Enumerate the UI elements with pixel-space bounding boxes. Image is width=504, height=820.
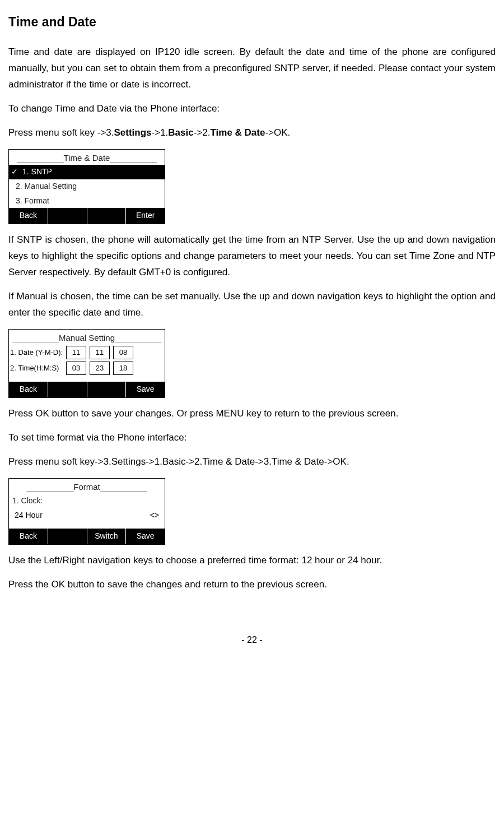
softkey-back: Back (9, 529, 48, 544)
paragraph: To set time format via the Phone interfa… (8, 430, 496, 446)
bold-text: Settings (114, 127, 152, 138)
time-sec: 18 (113, 362, 133, 375)
phone-screenshot-time-date: Time & Date 1. SNTP 2. Manual Setting 3.… (8, 149, 165, 225)
arrows-icon: <> (150, 509, 159, 522)
time-label: 2. Time(H:M:S) (10, 362, 66, 374)
time-row: 2. Time(H:M:S) 03 23 18 (9, 360, 165, 376)
paragraph: Use the Left/Right navigation keys to ch… (8, 553, 496, 569)
softkey-empty (48, 529, 87, 544)
softkey-save: Save (126, 382, 165, 397)
softkey-bar: Back Switch Save (9, 529, 165, 544)
time-min: 23 (90, 362, 110, 375)
paragraph: Time and date are displayed on IP120 idl… (8, 44, 496, 93)
paragraph: Press OK button to save your changes. Or… (8, 406, 496, 422)
paragraph: To change Time and Date via the Phone in… (8, 101, 496, 117)
softkey-back: Back (9, 208, 48, 224)
screen-title: Time & Date (9, 150, 165, 165)
paragraph: Press menu soft key->3.Settings->1.Basic… (8, 454, 496, 470)
paragraph: If SNTP is chosen, the phone will automa… (8, 232, 496, 281)
softkey-empty (87, 382, 127, 397)
page-number: - 22 - (8, 632, 496, 647)
clock-label: 1. Clock: (9, 494, 165, 508)
phone-screenshot-format: Format 1. Clock: 24 Hour <> Back Switch … (8, 478, 165, 545)
phone-screenshot-manual-setting: Manual Setting 1. Date (Y-M-D): 11 11 08… (8, 329, 165, 398)
text: Press menu soft key ->3. (8, 127, 114, 138)
softkey-bar: Back Save (9, 382, 165, 397)
softkey-save: Save (126, 529, 165, 544)
date-row: 1. Date (Y-M-D): 11 11 08 (9, 345, 165, 360)
softkey-empty (48, 208, 87, 224)
softkey-empty (48, 382, 87, 397)
softkey-switch: Switch (87, 529, 127, 544)
menu-item-format: 3. Format (9, 194, 165, 209)
date-month: 11 (90, 346, 110, 359)
paragraph: If Manual is chosen, the time can be set… (8, 289, 496, 321)
screen-title: Format (9, 479, 165, 494)
paragraph: Press menu soft key ->3.Settings->1.Basi… (8, 125, 496, 141)
bold-text: Time & Date (211, 127, 265, 138)
softkey-empty (87, 208, 127, 224)
menu-item-manual: 2. Manual Setting (9, 179, 165, 194)
date-label: 1. Date (Y-M-D): (10, 346, 66, 359)
menu-item-sntp: 1. SNTP (9, 165, 165, 179)
clock-format-row: 24 Hour <> (9, 508, 165, 523)
softkey-bar: Back Enter (9, 208, 165, 224)
softkey-back: Back (9, 382, 48, 397)
date-day: 08 (113, 346, 133, 359)
text: ->1. (152, 127, 169, 138)
text: ->2. (194, 127, 211, 138)
clock-value: 24 Hour (15, 509, 43, 522)
softkey-enter: Enter (126, 208, 165, 224)
paragraph: Press the OK button to save the changes … (8, 577, 496, 593)
date-year: 11 (66, 346, 86, 359)
section-heading: Time and Date (8, 11, 496, 33)
bold-text: Basic (168, 127, 193, 138)
text: ->OK. (265, 127, 290, 138)
time-hour: 03 (66, 362, 86, 375)
screen-title: Manual Setting (9, 330, 165, 345)
